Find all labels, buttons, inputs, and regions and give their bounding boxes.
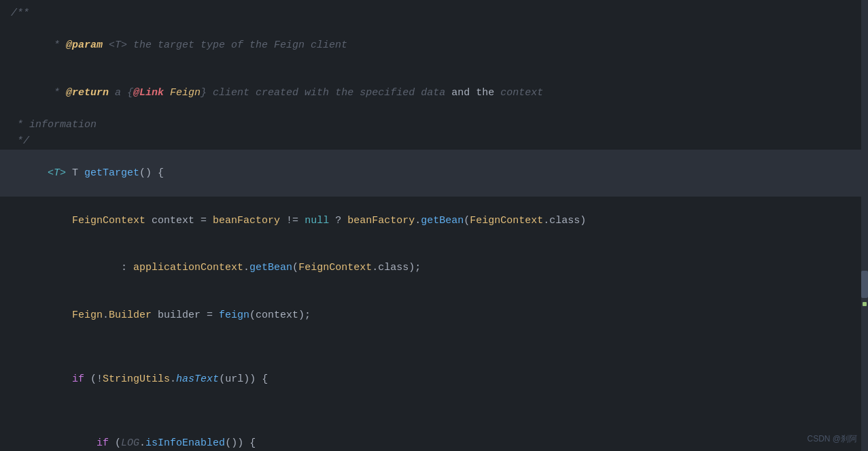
code-editor: /** * @param <T> the target type of the … <box>0 0 868 451</box>
code-line-5: */ <box>0 133 868 150</box>
code-line-8: : applicationContext.getBean(FeignContex… <box>0 244 868 292</box>
watermark: CSDN @刹阿 <box>807 433 857 446</box>
code-line-4: * information <box>0 117 868 133</box>
code-line-1: /** <box>0 5 868 22</box>
code-line-6: <T> T getTarget() { <box>0 150 868 197</box>
code-line-3: * @return a {@Link Feign} client created… <box>0 69 868 117</box>
scrollbar[interactable] <box>861 0 868 451</box>
code-line-9: Feign.Builder builder = feign(context); <box>0 292 868 339</box>
code-line-13: if (LOG.isInfoEnabled()) { <box>0 419 868 451</box>
code-line-7: FeignContext context = beanFactory != nu… <box>0 197 868 244</box>
scrollbar-thumb[interactable] <box>861 271 868 298</box>
code-line-12 <box>0 403 868 419</box>
code-line-10 <box>0 339 868 356</box>
scrollbar-indicator <box>863 302 867 306</box>
code-line-2: * @param <T> the target type of the Feig… <box>0 22 868 69</box>
code-line-11: if (!StringUtils.hasText(url)) { <box>0 356 868 403</box>
